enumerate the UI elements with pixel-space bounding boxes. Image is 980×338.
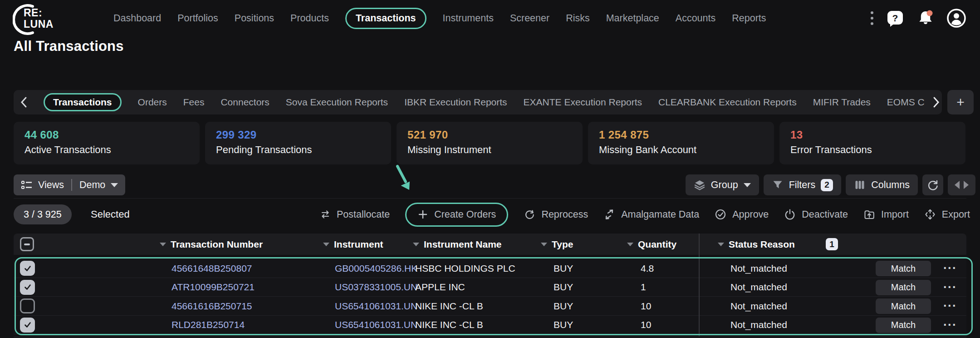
match-button[interactable]: Match — [876, 318, 931, 333]
match-button[interactable]: Match — [876, 280, 931, 295]
postallocate-button[interactable]: Postallocate — [320, 209, 390, 220]
approve-button[interactable]: Approve — [715, 209, 769, 220]
stat-card-error-transactions[interactable]: 13 Error Transactions — [779, 122, 965, 164]
partial-next-row — [14, 336, 966, 338]
column-menu-caret-icon[interactable] — [160, 243, 166, 246]
bell-icon[interactable] — [916, 8, 936, 28]
column-label: Type — [552, 239, 573, 250]
nav-item-accounts[interactable]: Accounts — [676, 13, 715, 24]
views-button[interactable]: Views Demo — [14, 174, 125, 195]
import-button[interactable]: Import — [863, 209, 909, 220]
table-row[interactable]: 45661648B250807 GB0005405286.HK HSBC HOL… — [14, 259, 966, 278]
column-menu-caret-icon[interactable] — [413, 243, 419, 246]
tab-clearbank-execution-reports[interactable]: CLEARBANK Execution Reports — [658, 97, 797, 108]
instrument-name-cell: HSBC HOLDINGS PLC — [415, 259, 515, 278]
nav-item-instruments[interactable]: Instruments — [443, 13, 494, 24]
arrow-left-icon[interactable] — [955, 181, 960, 189]
match-button[interactable]: Match — [876, 298, 931, 314]
nav-item-positions[interactable]: Positions — [235, 13, 274, 24]
group-button[interactable]: Group — [686, 174, 759, 195]
instrument-link[interactable]: US6541061031.UN — [335, 316, 417, 335]
table-row[interactable]: ATR10099B250721 US0378331005.UN APPLE IN… — [14, 278, 966, 297]
tab-transactions[interactable]: Transactions — [44, 93, 122, 111]
tab-exante-execution-reports[interactable]: EXANTE Execution Reports — [524, 97, 642, 108]
columns-button[interactable]: Columns — [846, 174, 918, 195]
nav-item-portfolios[interactable]: Portfolios — [177, 13, 218, 24]
chevron-down-icon — [111, 183, 118, 187]
nav-item-reports[interactable]: Reports — [732, 13, 766, 24]
row-menu-ellipsis-icon[interactable]: ··· — [939, 278, 961, 297]
amalgamate-data-label: Amalgamate Data — [621, 209, 699, 220]
match-button[interactable]: Match — [876, 261, 931, 276]
create-orders-button[interactable]: Create Orders — [405, 203, 508, 227]
nav-item-risks[interactable]: Risks — [566, 13, 590, 24]
transaction-number-link[interactable]: ATR10099B250721 — [172, 278, 255, 297]
instrument-link[interactable]: GB0005405286.HK — [335, 259, 417, 278]
tab-connectors[interactable]: Connectors — [220, 97, 269, 108]
export-button[interactable]: Export — [924, 209, 970, 220]
transaction-number-link[interactable]: 45661648B250807 — [172, 259, 252, 278]
brand-logo[interactable]: RE: LUNA — [13, 2, 67, 35]
filters-label: Filters — [789, 179, 816, 191]
sort-order-badge: 1 — [826, 238, 838, 250]
table-header: Transaction Number Instrument Instrument… — [14, 234, 966, 255]
column-menu-caret-icon[interactable] — [627, 243, 633, 246]
tab-ibkr-execution-reports[interactable]: IBKR Execution Reports — [404, 97, 507, 108]
tab-scroll-left-icon[interactable] — [20, 96, 27, 108]
row-menu-ellipsis-icon[interactable]: ··· — [939, 259, 961, 278]
stat-card-pending-transactions[interactable]: 299 329 Pending Transactions — [205, 122, 391, 164]
transaction-number-link[interactable]: RLD281B250714 — [172, 316, 245, 335]
add-tab-button[interactable]: + — [947, 90, 974, 114]
quantity-cell: 4.8 — [641, 259, 654, 278]
row-checkbox[interactable] — [20, 261, 35, 276]
main-nav: Dashboard Portfolios Positions Products … — [113, 0, 766, 36]
column-header-type[interactable]: Type — [541, 234, 573, 255]
nav-item-screener[interactable]: Screener — [510, 13, 549, 24]
filters-button[interactable]: Filters 2 — [764, 174, 842, 195]
row-checkbox[interactable] — [20, 280, 35, 295]
column-header-transaction-number[interactable]: Transaction Number — [160, 234, 263, 255]
column-menu-caret-icon[interactable] — [323, 243, 329, 246]
column-header-status-reason[interactable]: Status Reason — [718, 234, 795, 255]
brand-text-top: RE: — [24, 7, 54, 19]
row-checkbox[interactable] — [20, 318, 35, 333]
row-menu-ellipsis-icon[interactable]: ··· — [939, 297, 961, 316]
instrument-link[interactable]: US0378331005.UN — [335, 278, 417, 297]
kebab-menu-icon[interactable] — [869, 9, 875, 27]
tab-eoms-truncated[interactable]: EOMS C — [887, 97, 925, 108]
table-row[interactable]: RLD281B250714 US6541061031.UN NIKE INC -… — [14, 316, 966, 335]
instrument-link[interactable]: US6541061031.UN — [335, 297, 417, 316]
nav-item-transactions[interactable]: Transactions — [345, 8, 426, 29]
column-header-instrument[interactable]: Instrument — [323, 234, 383, 255]
help-icon[interactable]: ? — [886, 9, 905, 28]
row-menu-ellipsis-icon[interactable]: ··· — [939, 316, 961, 335]
column-menu-caret-icon[interactable] — [718, 243, 724, 246]
stat-card-active-transactions[interactable]: 44 608 Active Transactions — [14, 122, 200, 164]
reprocess-button[interactable]: Reprocess — [524, 209, 588, 220]
page-title: All Transactions — [14, 38, 124, 55]
column-header-quantity[interactable]: Quantity — [627, 234, 676, 255]
panel-arrows-button[interactable] — [948, 174, 975, 195]
select-all-checkbox[interactable] — [20, 237, 34, 251]
swap-arrows-icon — [320, 209, 331, 220]
stat-card-missing-bank-account[interactable]: 1 254 875 Missing Bank Account — [588, 122, 774, 164]
row-checkbox[interactable] — [20, 298, 35, 313]
arrow-right-icon[interactable] — [964, 181, 969, 189]
tab-fees[interactable]: Fees — [183, 97, 205, 108]
column-header-instrument-name[interactable]: Instrument Name — [413, 234, 502, 255]
tab-mifir-trades[interactable]: MIFIR Trades — [813, 97, 871, 108]
amalgamate-data-button[interactable]: Amalgamate Data — [603, 209, 699, 220]
tab-sova-execution-reports[interactable]: Sova Execution Reports — [286, 97, 388, 108]
table-row[interactable]: 45661616B250715 US6541061031.UN NIKE INC… — [14, 297, 966, 316]
nav-item-dashboard[interactable]: Dashboard — [113, 13, 161, 24]
tab-scroll-right-icon[interactable] — [933, 96, 940, 108]
nav-item-products[interactable]: Products — [290, 13, 329, 24]
refresh-button[interactable] — [922, 174, 943, 195]
deactivate-button[interactable]: Deactivate — [784, 209, 848, 220]
user-avatar[interactable] — [946, 8, 966, 28]
column-menu-caret-icon[interactable] — [541, 243, 547, 246]
tab-orders[interactable]: Orders — [138, 97, 167, 108]
stat-card-missing-instrument[interactable]: 521 970 Missing Instrument — [397, 122, 583, 164]
nav-item-marketplace[interactable]: Marketplace — [606, 13, 659, 24]
transaction-number-link[interactable]: 45661616B250715 — [172, 297, 252, 316]
